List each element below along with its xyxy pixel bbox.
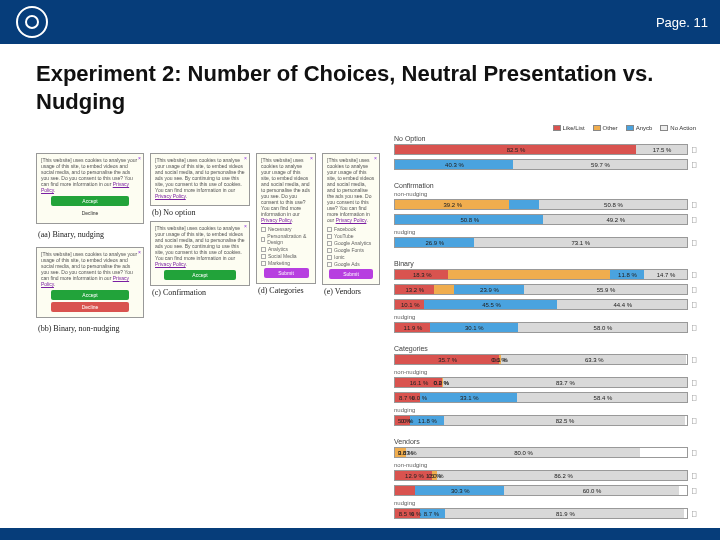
info-icon: ⎕ — [692, 472, 696, 479]
chart-row-label: nudging — [394, 500, 696, 506]
category-checkbox[interactable]: Necessary — [261, 226, 311, 232]
chart-bar: 8.5 %0 %8.7 %81.9 % — [394, 508, 688, 519]
info-icon: ⎕ — [692, 449, 696, 456]
chart-bar: 13.2 %23.9 %55.9 % — [394, 284, 688, 295]
sample-d: × [This website] uses cookies to analyse… — [256, 153, 316, 284]
chart-row-label: nudging — [394, 407, 696, 413]
info-icon: ⎕ — [692, 356, 696, 363]
category-checkbox[interactable]: Social Media — [261, 253, 311, 259]
chart-row-label: nudging — [394, 229, 696, 235]
sample-c: × [This website] uses cookies to analyse… — [150, 221, 250, 286]
info-icon: ⎕ — [692, 146, 696, 153]
chart-bar: 50.8 %49.2 % — [394, 214, 688, 225]
chart-row-label: non-nudging — [394, 191, 696, 197]
info-icon: ⎕ — [692, 161, 696, 168]
accept-button[interactable]: Accept — [164, 270, 236, 280]
chart-bar: 12.9 %1.5 %0.0 %86.2 % — [394, 470, 688, 481]
chart-group-label: Confirmation — [394, 182, 696, 189]
info-icon: ⎕ — [692, 379, 696, 386]
chart-bar: 26.9 %73.1 % — [394, 237, 688, 248]
info-icon: ⎕ — [692, 216, 696, 223]
info-icon: ⎕ — [692, 301, 696, 308]
info-icon: ⎕ — [692, 417, 696, 424]
caption-e: (e) Vendors — [324, 287, 380, 296]
caption-b: (b) No option — [152, 208, 250, 217]
chart-group-label: Binary — [394, 260, 696, 267]
vendor-checkbox[interactable]: YouTube — [327, 233, 375, 239]
chart-legend: Like/List Other Anycb No Action — [394, 125, 696, 131]
chart-bar: 82.5 %17.5 % — [394, 144, 688, 155]
chart-bar: 40.3 %59.7 % — [394, 159, 688, 170]
caption-bb: (bb) Binary, non-nudging — [38, 324, 144, 333]
info-icon: ⎕ — [692, 201, 696, 208]
chart-bar: 16.1 %0.2 %0.0 %83.7 % — [394, 377, 688, 388]
info-icon: ⎕ — [692, 239, 696, 246]
caption-c: (c) Confirmation — [152, 288, 250, 297]
chart-group-label: Vendors — [394, 438, 696, 445]
info-icon: ⎕ — [692, 510, 696, 517]
vendor-checkbox[interactable]: Facebook — [327, 226, 375, 232]
vendor-checkbox[interactable]: Google Analytics — [327, 240, 375, 246]
accept-button[interactable]: Accept — [51, 196, 129, 206]
stacked-bar-chart: No Option82.5 %17.5 %⎕40.3 %59.7 %⎕Confi… — [394, 135, 696, 529]
close-icon: × — [138, 155, 141, 161]
sample-b: × [This website] uses cookies to analyse… — [150, 153, 250, 206]
sample-e: × [This website] uses cookies to analyse… — [322, 153, 380, 285]
logo-icon — [16, 6, 48, 38]
category-checkbox[interactable]: Personalization & Design — [261, 233, 311, 245]
info-icon: ⎕ — [692, 394, 696, 401]
sample-bb: × [This website] uses cookies to analyse… — [36, 247, 144, 318]
close-icon: × — [244, 223, 247, 229]
vendor-checkbox[interactable]: Google Fonts — [327, 247, 375, 253]
vendor-checkbox[interactable]: Google Ads — [327, 261, 375, 267]
page-sep: . — [686, 15, 690, 30]
close-icon: × — [374, 155, 377, 161]
submit-button[interactable]: Submit — [329, 269, 372, 279]
slide-title: Experiment 2: Number of Choices, Neutral… — [36, 60, 696, 115]
header-bar: Page. 11 — [0, 0, 720, 44]
footer-bar — [0, 528, 720, 540]
decline-button[interactable]: Decline — [51, 302, 129, 312]
chart-row-label: nudging — [394, 314, 696, 320]
chart-bar: 39.2 %50.8 % — [394, 199, 688, 210]
chart-column: Like/List Other Anycb No Action No Optio… — [394, 125, 696, 540]
info-icon: ⎕ — [692, 324, 696, 331]
info-icon: ⎕ — [692, 487, 696, 494]
decline-button[interactable]: Decline — [51, 208, 129, 218]
chart-bar: 3.8 %0.03 %80.0 % — [394, 447, 688, 458]
sample-aa: × [This website] uses cookies to analyse… — [36, 153, 144, 224]
info-icon: ⎕ — [692, 286, 696, 293]
close-icon: × — [244, 155, 247, 161]
page-label: Page — [656, 15, 686, 30]
chart-bar: 18.3 %11.8 %14.7 % — [394, 269, 688, 280]
accept-button[interactable]: Accept — [51, 290, 129, 300]
chart-bar: 8.7 %0.0 %33.1 %58.4 % — [394, 392, 688, 403]
chart-bar: 10.1 %45.5 %44.4 % — [394, 299, 688, 310]
chart-group-label: No Option — [394, 135, 696, 142]
page-number: 11 — [694, 15, 708, 30]
close-icon: × — [310, 155, 313, 161]
caption-aa: (aa) Binary, nudging — [38, 230, 144, 239]
chart-group-label: Categories — [394, 345, 696, 352]
page-indicator: Page. 11 — [656, 15, 708, 30]
chart-row-label: non-nudging — [394, 462, 696, 468]
chart-bar: 30.3 %60.0 % — [394, 485, 688, 496]
vendor-checkbox[interactable]: Ionic — [327, 254, 375, 260]
chart-bar: 5.0 %0 %11.8 %82.5 % — [394, 415, 688, 426]
submit-button[interactable]: Submit — [264, 268, 309, 278]
chart-bar: 35.7 %0.6 %0.1 %63.3 % — [394, 354, 688, 365]
chart-bar: 11.9 %30.1 %58.0 % — [394, 322, 688, 333]
chart-row-label: non-nudging — [394, 369, 696, 375]
info-icon: ⎕ — [692, 271, 696, 278]
samples-column: × [This website] uses cookies to analyse… — [36, 125, 384, 540]
category-checkbox[interactable]: Marketing — [261, 260, 311, 266]
category-checkbox[interactable]: Analytics — [261, 246, 311, 252]
caption-d: (d) Categories — [258, 286, 316, 295]
close-icon: × — [138, 249, 141, 255]
